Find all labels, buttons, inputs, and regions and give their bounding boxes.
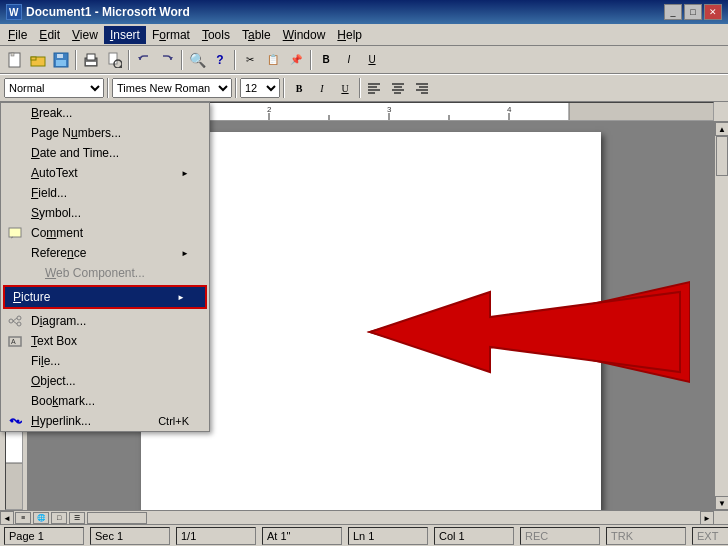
menu-comment[interactable]: Comment (1, 223, 209, 243)
svg-rect-46 (6, 463, 22, 509)
align-left-button[interactable] (364, 77, 386, 99)
toolbar-separator-3 (181, 50, 183, 70)
maximize-button[interactable]: □ (684, 4, 702, 20)
insert-menu-dropdown: Break... Page Numbers... Date and Time..… (0, 102, 210, 432)
page-of-status: 1/1 (176, 527, 256, 545)
svg-line-63 (13, 321, 17, 324)
save-button[interactable] (50, 49, 72, 71)
menu-break[interactable]: Break... (1, 103, 209, 123)
scroll-up-button[interactable]: ▲ (715, 122, 728, 136)
page-status: Page 1 (4, 527, 84, 545)
web-view-button[interactable]: 🌐 (33, 512, 49, 524)
svg-point-67 (17, 420, 20, 423)
scroll-right-button[interactable]: ► (700, 511, 714, 524)
menu-picture[interactable]: Picture ► (5, 287, 205, 307)
style-dropdown[interactable]: Normal (4, 78, 104, 98)
copy-button[interactable]: 📋 (262, 49, 284, 71)
italic-fmt-button[interactable]: I (311, 77, 333, 99)
textbox-icon: A (5, 335, 25, 347)
vertical-scrollbar[interactable]: ▲ ▼ (714, 122, 728, 510)
svg-rect-7 (56, 60, 66, 66)
menu-file[interactable]: File (2, 26, 33, 44)
menu-reference[interactable]: Reference ► (1, 243, 209, 263)
menu-page-numbers[interactable]: Page Numbers... (1, 123, 209, 143)
menu-bar: File Edit View Insert Format Tools Table… (0, 24, 728, 46)
menu-symbol[interactable]: Symbol... (1, 203, 209, 223)
close-button[interactable]: ✕ (704, 4, 722, 20)
undo-button[interactable] (133, 49, 155, 71)
diagram-icon (5, 315, 25, 327)
minimize-button[interactable]: _ (664, 4, 682, 20)
scroll-down-button[interactable]: ▼ (715, 496, 728, 510)
menu-object[interactable]: Object... (1, 371, 209, 391)
window-controls[interactable]: _ □ ✕ (664, 4, 722, 20)
menu-textbox[interactable]: A Text Box (1, 331, 209, 351)
menu-view[interactable]: View (66, 26, 104, 44)
svg-rect-57 (9, 228, 21, 237)
menu-insert[interactable]: Insert (104, 26, 146, 44)
hyperlink-icon (5, 415, 25, 427)
status-bar: Page 1 Sec 1 1/1 At 1" Ln 1 Col 1 REC TR… (0, 524, 728, 546)
svg-text:4: 4 (507, 105, 512, 114)
scroll-thumb[interactable] (716, 136, 728, 176)
print-button[interactable] (80, 49, 102, 71)
at-status: At 1" (262, 527, 342, 545)
menu-format[interactable]: Format (146, 26, 196, 44)
bold-button[interactable]: B (315, 49, 337, 71)
italic-button[interactable]: I (338, 49, 360, 71)
comment-icon (5, 227, 25, 239)
outline-view-button[interactable]: ☰ (69, 512, 85, 524)
menu-window[interactable]: Window (277, 26, 332, 44)
svg-rect-11 (86, 62, 96, 65)
bold-fmt-button[interactable]: B (288, 77, 310, 99)
view-mode-buttons: ≡ 🌐 □ ☰ (14, 511, 86, 524)
align-center-button[interactable] (387, 77, 409, 99)
normal-view-button[interactable]: ≡ (15, 512, 31, 524)
new-button[interactable] (4, 49, 26, 71)
print-view-button[interactable]: □ (51, 512, 67, 524)
paste-button[interactable]: 📌 (285, 49, 307, 71)
scrollbar-corner (714, 511, 728, 524)
menu-diagram[interactable]: Diagram... (1, 311, 209, 331)
menu-help[interactable]: Help (331, 26, 368, 44)
scroll-left-button[interactable]: ◄ (0, 511, 14, 524)
zoom-out-button[interactable]: 🔍 (186, 49, 208, 71)
col-status: Col 1 (434, 527, 514, 545)
menu-autotext[interactable]: AutoText ► (1, 163, 209, 183)
print-preview-button[interactable] (103, 49, 125, 71)
open-button[interactable] (27, 49, 49, 71)
menu-edit[interactable]: Edit (33, 26, 66, 44)
svg-text:W: W (9, 7, 19, 18)
h-scroll-thumb[interactable] (87, 512, 147, 524)
size-dropdown[interactable]: 12 (240, 78, 280, 98)
toolbar-separator-4 (234, 50, 236, 70)
ext-status: EXT (692, 527, 728, 545)
formatting-toolbar: Normal Times New Roman 12 B I U (0, 74, 728, 102)
underline-fmt-button[interactable]: U (334, 77, 356, 99)
svg-text:A: A (11, 338, 16, 345)
toolbar-separator-5 (310, 50, 312, 70)
document-content[interactable]: | (141, 132, 601, 207)
menu-tools[interactable]: Tools (196, 26, 236, 44)
underline-button[interactable]: U (361, 49, 383, 71)
menu-date-time[interactable]: Date and Time... (1, 143, 209, 163)
menu-field[interactable]: Field... (1, 183, 209, 203)
font-dropdown[interactable]: Times New Roman (112, 78, 232, 98)
document-page: | (141, 132, 601, 510)
fmt-separator-4 (359, 78, 361, 98)
menu-hyperlink[interactable]: Hyperlink... Ctrl+K (1, 411, 209, 431)
menu-web-component[interactable]: Web Component... (1, 263, 209, 283)
svg-marker-16 (169, 57, 173, 60)
menu-bookmark[interactable]: Bookmark... (1, 391, 209, 411)
svg-point-66 (11, 420, 14, 423)
align-right-button[interactable] (410, 77, 432, 99)
menu-file[interactable]: File... (1, 351, 209, 371)
redo-button[interactable] (156, 49, 178, 71)
scrollbar-corner-top (714, 102, 728, 121)
help-button[interactable]: ? (209, 49, 231, 71)
svg-rect-5 (31, 57, 36, 60)
menu-table[interactable]: Table (236, 26, 277, 44)
svg-rect-8 (57, 54, 63, 58)
cut-button[interactable]: ✂ (239, 49, 261, 71)
window-title: Document1 - Microsoft Word (26, 5, 664, 19)
